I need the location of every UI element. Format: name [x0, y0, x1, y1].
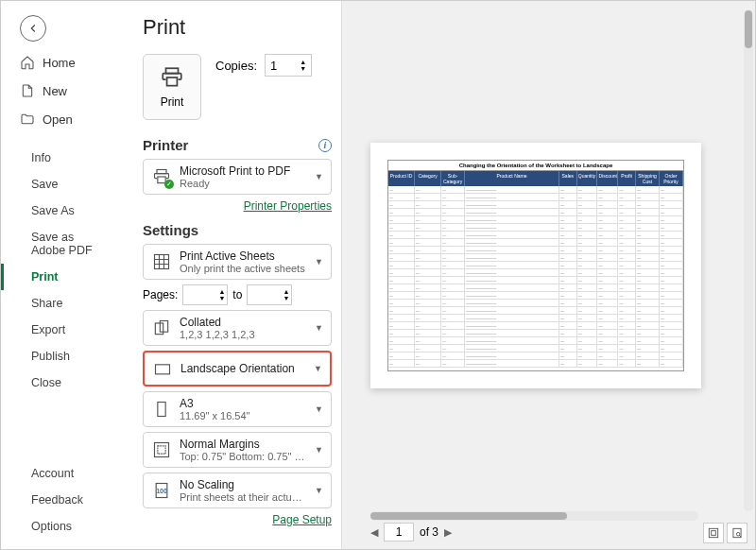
- table-row: —————————————————: [388, 201, 683, 209]
- pages-from-input[interactable]: ▲▼: [182, 284, 228, 305]
- table-row: —————————————————: [388, 232, 683, 239]
- sidebar-item-new[interactable]: New: [1, 77, 124, 105]
- page-navigator: ◀ 1 of 3 ▶: [370, 523, 452, 541]
- page-total-label: of 3: [420, 525, 438, 539]
- sidebar-item-save[interactable]: Save: [1, 171, 124, 198]
- table-row: —————————————————: [388, 216, 683, 224]
- current-page-input[interactable]: 1: [384, 523, 414, 541]
- page-title: Print: [143, 15, 332, 40]
- table-row: —————————————————: [388, 284, 683, 292]
- main-area: Print Print Copies: 1 ▲▼ Printer i ✓: [124, 1, 755, 549]
- sidebar-item-account[interactable]: Account: [1, 460, 124, 487]
- pages-range-row: Pages: ▲▼ to ▲▼: [143, 284, 332, 305]
- chevron-down-icon: ▼: [315, 445, 323, 455]
- sidebar-item-home[interactable]: Home: [1, 48, 124, 77]
- page-setup-link[interactable]: Page Setup: [143, 513, 332, 526]
- sidebar-item-export[interactable]: Export: [1, 317, 124, 343]
- table-row: —————————————————: [388, 254, 683, 262]
- table-row: —————————————————: [388, 292, 683, 300]
- sidebar-item-save-adobe[interactable]: Save as Adobe PDF: [1, 224, 124, 264]
- paper-icon: [151, 399, 172, 420]
- svg-rect-7: [156, 365, 170, 374]
- next-page-button[interactable]: ▶: [444, 526, 452, 539]
- table-row: —————————————————: [388, 194, 683, 201]
- pages-to-label: to: [232, 288, 242, 301]
- printer-selector[interactable]: ✓ Microsoft Print to PDF Ready ▼: [143, 159, 332, 195]
- table-row: —————————————————: [388, 360, 683, 368]
- table-row: —————————————————: [388, 300, 683, 307]
- orientation-selector[interactable]: Landscape Orientation ▼: [143, 351, 332, 387]
- svg-rect-9: [155, 443, 169, 457]
- collation-selector[interactable]: Collated 1,2,3 1,2,3 1,2,3 ▼: [143, 310, 332, 346]
- printer-section-title: Printer i: [143, 137, 332, 153]
- table-row: —————————————————: [388, 307, 683, 315]
- scaling-selector[interactable]: 100 No Scaling Print sheets at their act…: [143, 473, 332, 508]
- preview-table-title: Changing the Orientation of the Workshee…: [388, 161, 683, 171]
- printer-device-icon: ✓: [151, 166, 172, 187]
- zoom-controls: [703, 523, 747, 543]
- svg-rect-1: [167, 77, 178, 86]
- sidebar-item-close[interactable]: Close: [1, 370, 124, 396]
- sidebar-item-feedback[interactable]: Feedback: [1, 487, 124, 513]
- copies-spinner[interactable]: ▲▼: [300, 59, 306, 72]
- preview-page: Changing the Orientation of the Workshee…: [370, 143, 701, 388]
- sidebar: Home New Open Info Save Save As Save as …: [1, 39, 124, 549]
- svg-rect-5: [155, 323, 163, 335]
- preview-table-header: Product IDCategorySub-CategoryProduct Na…: [388, 171, 683, 186]
- sidebar-label-open: Open: [43, 112, 73, 127]
- preview-vscrollbar[interactable]: [744, 10, 753, 511]
- chevron-down-icon: ▼: [315, 257, 323, 266]
- table-row: —————————————————: [388, 262, 683, 269]
- copies-input[interactable]: 1 ▲▼: [265, 54, 312, 77]
- preview-hscrollbar[interactable]: [370, 511, 698, 521]
- table-row: —————————————————: [388, 330, 683, 337]
- table-row: —————————————————: [388, 345, 683, 352]
- margins-icon: [151, 439, 172, 460]
- table-row: —————————————————: [388, 322, 683, 330]
- print-controls: Print Print Copies: 1 ▲▼ Printer i ✓: [124, 1, 341, 549]
- paper-size-selector[interactable]: A3 11.69" x 16.54" ▼: [143, 391, 332, 427]
- print-area-selector[interactable]: Print Active Sheets Only print the activ…: [143, 244, 332, 280]
- collated-icon: [151, 318, 172, 338]
- pages-label: Pages:: [143, 288, 178, 301]
- check-icon: ✓: [164, 180, 174, 189]
- table-row: —————————————————: [388, 209, 683, 216]
- print-button-label: Print: [161, 95, 184, 109]
- table-row: —————————————————: [388, 269, 683, 277]
- svg-rect-13: [712, 531, 716, 536]
- chevron-down-icon: ▼: [314, 364, 322, 373]
- svg-rect-4: [155, 255, 169, 269]
- sidebar-item-print[interactable]: Print: [1, 264, 124, 290]
- zoom-to-page-button[interactable]: [727, 523, 747, 543]
- svg-rect-6: [160, 321, 167, 333]
- table-row: —————————————————: [388, 277, 683, 284]
- printer-name: Microsoft Print to PDF: [180, 164, 307, 178]
- chevron-down-icon: ▼: [315, 172, 323, 181]
- svg-rect-12: [709, 528, 717, 537]
- sidebar-item-save-as[interactable]: Save As: [1, 198, 124, 224]
- sidebar-item-info[interactable]: Info: [1, 145, 124, 171]
- sidebar-item-options[interactable]: Options: [1, 513, 124, 540]
- svg-rect-8: [158, 403, 165, 417]
- back-button[interactable]: [20, 15, 46, 42]
- printer-status: Ready: [180, 178, 307, 189]
- printer-properties-link[interactable]: Printer Properties: [143, 199, 332, 213]
- prev-page-button[interactable]: ◀: [370, 526, 378, 539]
- print-button[interactable]: Print: [143, 54, 201, 120]
- pages-to-input[interactable]: ▲▼: [247, 284, 292, 305]
- table-row: —————————————————: [388, 315, 683, 322]
- margins-selector[interactable]: Normal Margins Top: 0.75" Bottom: 0.75" …: [143, 432, 332, 468]
- info-icon[interactable]: i: [318, 139, 332, 152]
- sidebar-label-home: Home: [43, 56, 76, 70]
- scaling-icon: 100: [151, 480, 172, 501]
- table-row: —————————————————: [388, 186, 683, 194]
- sidebar-item-share[interactable]: Share: [1, 290, 124, 317]
- show-margins-button[interactable]: [703, 523, 724, 543]
- sidebar-item-publish[interactable]: Publish: [1, 343, 124, 370]
- chevron-down-icon: ▼: [315, 486, 323, 495]
- printer-icon: [160, 65, 184, 90]
- sidebar-item-open[interactable]: Open: [1, 105, 124, 133]
- landscape-icon: [152, 358, 173, 379]
- table-row: —————————————————: [388, 247, 683, 254]
- settings-section-title: Settings: [143, 222, 332, 238]
